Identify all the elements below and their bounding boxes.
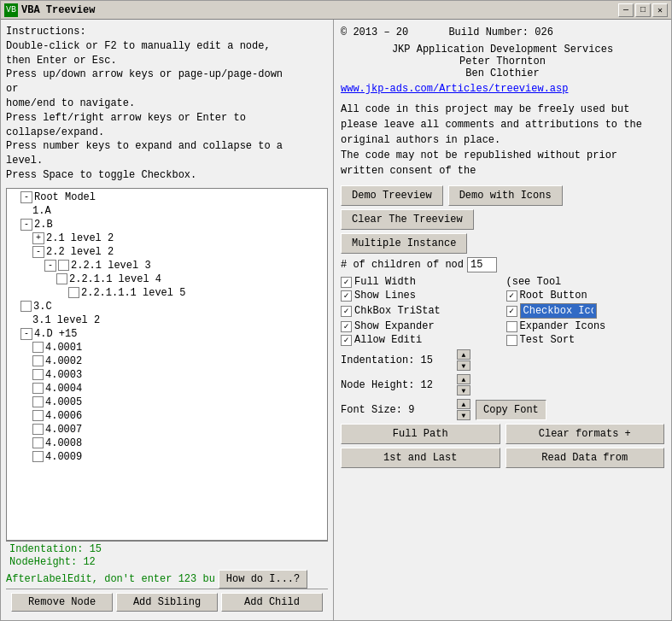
test-sort-checkbox[interactable] (506, 335, 517, 346)
tree-checkbox-4-0006[interactable] (32, 410, 44, 421)
window-title: VBA Treeview (21, 4, 618, 16)
checkbox-allow-editi: Allow Editi (341, 334, 500, 346)
tree-checkbox-2-2-1[interactable] (58, 260, 69, 271)
first-last-button[interactable]: 1st and Last (341, 448, 500, 468)
clear-formats-button[interactable]: Clear formats + (505, 424, 665, 444)
tree-expander-2-2-1[interactable]: - (44, 260, 56, 272)
indentation-down-button[interactable]: ▼ (457, 360, 470, 371)
copy-font-button[interactable]: Copy Font (476, 400, 546, 420)
tree-node-4-0003[interactable]: 4.0003 (9, 368, 325, 382)
multiple-instance-row: Multiple Instance (341, 233, 664, 254)
checkbox-root-button: Root Button (506, 290, 665, 302)
how-do-i-button[interactable]: How do I...? (219, 570, 307, 589)
expander-icons-checkbox[interactable] (506, 321, 517, 332)
show-lines-label: Show Lines (354, 290, 416, 302)
website-link[interactable]: www.jkp-ads.com/Articles/treeview.asp (341, 83, 568, 95)
show-lines-checkbox[interactable] (341, 290, 352, 302)
checkbox-checkbox-ico (506, 303, 665, 319)
build-text: Build Number: 026 (448, 26, 552, 38)
tree-node-2-2[interactable]: - 2.2 level 2 (9, 245, 325, 259)
indentation-spinner-label: Indentation: 15 (341, 354, 452, 366)
tree-checkbox-4-0001[interactable] (32, 342, 44, 353)
add-child-button[interactable]: Add Child (221, 593, 323, 612)
checkboxes-area: Full Width (see Tool Show Lines Root But… (341, 276, 664, 346)
indentation-up-button[interactable]: ▲ (457, 349, 470, 360)
tree-expander-2-1[interactable]: + (32, 232, 44, 244)
allow-editi-label: Allow Editi (354, 334, 422, 346)
full-path-button[interactable]: Full Path (341, 424, 500, 444)
tree-checkbox-4-0009[interactable] (32, 451, 44, 462)
see-tool-label: (see Tool (506, 276, 562, 288)
tree-node-2-2-1-1-1[interactable]: 2.2.1.1.1 level 5 (9, 286, 325, 300)
tree-node-4-0001[interactable]: 4.0001 (9, 341, 325, 354)
checkbox-see-tool: (see Tool (506, 276, 665, 288)
instructions: Instructions: Double-click or F2 to manu… (6, 25, 328, 183)
tree-checkbox-4-0004[interactable] (32, 383, 44, 394)
tree-node-4d[interactable]: - 4.D +15 (9, 327, 325, 341)
tree-node-2-2-1-1[interactable]: 2.2.1.1 level 4 (9, 272, 325, 286)
tree-label-4-0004: 4.0004 (45, 383, 82, 395)
tree-node-3-1[interactable]: 3.1 level 2 (9, 313, 325, 327)
tree-checkbox-3c[interactable] (20, 301, 32, 312)
checkbox-ico-input[interactable] (520, 303, 597, 319)
allow-editi-checkbox[interactable] (341, 335, 352, 346)
tree-label-2-1: 2.1 level 2 (46, 232, 114, 244)
tree-node-3c[interactable]: 3.C (9, 300, 325, 313)
close-button[interactable]: ✕ (652, 3, 668, 17)
tree-node-2-1[interactable]: + 2.1 level 2 (9, 231, 325, 245)
full-width-checkbox[interactable] (341, 277, 352, 288)
indentation-spinner-row: Indentation: 15 ▲ ▼ (341, 349, 664, 371)
root-button-checkbox[interactable] (506, 290, 517, 302)
remove-node-button[interactable]: Remove Node (11, 593, 113, 612)
tree-checkbox-2-2-1-1[interactable] (56, 273, 67, 284)
tree-checkbox-4-0002[interactable] (32, 355, 44, 366)
tree-expander-4d[interactable]: - (20, 328, 32, 340)
tree-view[interactable]: - Root Model 1.A - 2.B (6, 188, 328, 541)
tree-node-4-0007[interactable]: 4.0007 (9, 423, 325, 436)
checkbox-show-lines: Show Lines (341, 290, 500, 302)
tree-node-root[interactable]: - Root Model (9, 190, 325, 204)
minimize-button[interactable]: — (618, 3, 634, 17)
tree-expander-root[interactable]: - (20, 191, 32, 203)
tree-label-4d: 4.D +15 (34, 328, 77, 340)
tree-checkbox-4-0008[interactable] (32, 437, 44, 448)
checkbox-test-sort: Test Sort (506, 334, 665, 346)
clear-treeview-button[interactable]: Clear The Treeview (341, 209, 474, 230)
tree-node-2-2-1[interactable]: - 2.2.1 level 3 (9, 259, 325, 272)
tree-node-4-0008[interactable]: 4.0008 (9, 436, 325, 450)
demo-icons-button[interactable]: Demo with Icons (448, 185, 563, 206)
tree-node-4-0006[interactable]: 4.0006 (9, 409, 325, 423)
demo-treeview-button[interactable]: Demo Treeview (341, 185, 443, 206)
tree-checkbox-2-2-1-1-1[interactable] (68, 287, 79, 298)
chkbox-tristat-checkbox[interactable] (341, 306, 352, 317)
tree-node-4-0002[interactable]: 4.0002 (9, 354, 325, 368)
fontsize-down-button[interactable]: ▼ (457, 410, 470, 420)
right-bottom-buttons-row1: Full Path Clear formats + (341, 424, 664, 444)
tree-checkbox-4-0005[interactable] (32, 396, 44, 407)
read-data-button[interactable]: Read Data from (505, 448, 665, 468)
fontsize-up-button[interactable]: ▲ (457, 399, 470, 409)
tree-label-1a: 1.A (32, 205, 51, 217)
instructions-line5: or (6, 82, 328, 97)
add-sibling-button[interactable]: Add Sibling (116, 593, 218, 612)
tree-node-4-0009[interactable]: 4.0009 (9, 450, 325, 464)
tree-label-4-0009: 4.0009 (45, 451, 82, 463)
tree-expander-2b[interactable]: - (20, 219, 32, 231)
nodeheight-down-button[interactable]: ▼ (457, 385, 470, 395)
tree-checkbox-4-0003[interactable] (32, 369, 44, 380)
num-children-input[interactable] (467, 257, 497, 272)
checkbox-ico-checkbox[interactable] (506, 306, 517, 317)
about-link[interactable]: www.jkp-ads.com/Articles/treeview.asp (341, 83, 664, 95)
nodeheight-up-button[interactable]: ▲ (457, 374, 470, 384)
tree-label-2-2: 2.2 level 2 (46, 246, 114, 258)
tree-expander-2-2[interactable]: - (32, 246, 44, 258)
restore-button[interactable]: □ (635, 3, 651, 17)
show-expander-checkbox[interactable] (341, 321, 352, 332)
tree-node-4-0004[interactable]: 4.0004 (9, 382, 325, 395)
tree-node-1a[interactable]: 1.A (9, 204, 325, 218)
tree-checkbox-4-0007[interactable] (32, 424, 44, 435)
tree-node-2b[interactable]: - 2.B (9, 218, 325, 231)
tree-label-4-0007: 4.0007 (45, 424, 82, 436)
tree-node-4-0005[interactable]: 4.0005 (9, 395, 325, 409)
multiple-instance-button[interactable]: Multiple Instance (341, 233, 467, 254)
